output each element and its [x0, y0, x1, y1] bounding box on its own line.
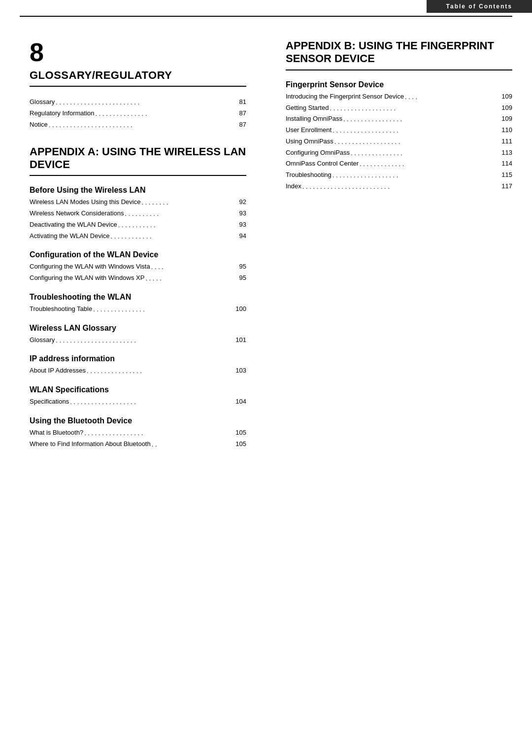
toc-entry-label: Specifications — [30, 396, 69, 408]
toc-entry: User Enrollment. . . . . . . . . . . . .… — [286, 125, 512, 136]
toc-entry-page: 105 — [234, 439, 246, 450]
toc-entry-label: Installing OmniPass — [286, 113, 342, 125]
toc-entry-dots: . . . . . . . . . . . . . . . . . . . — [329, 103, 500, 114]
glossary-toc-entries: Glossary. . . . . . . . . . . . . . . . … — [30, 97, 246, 130]
toc-entry-page: 101 — [234, 335, 246, 346]
toc-entry-label: Regulatory Information — [30, 108, 95, 119]
toc-entry-dots: . . . . . . . . . . . . . . . . . . . — [333, 137, 500, 148]
toc-entry: About IP Addresses. . . . . . . . . . . … — [30, 365, 246, 377]
appendix-b-title: APPENDIX B: USING THE FINGERPRINT SENSOR… — [286, 39, 512, 70]
toc-entry: What is Bluetooth?. . . . . . . . . . . … — [30, 427, 246, 439]
toc-entry-label: User Enrollment — [286, 125, 332, 136]
right-column: APPENDIX B: USING THE FINGERPRINT SENSOR… — [266, 25, 532, 756]
toc-entry: Configuring the WLAN with Windows XP. . … — [30, 273, 246, 284]
toc-entry-page: 93 — [234, 208, 246, 219]
toc-entry: Specifications. . . . . . . . . . . . . … — [30, 396, 246, 408]
section-heading: Configuration of the WLAN Device — [30, 250, 246, 259]
toc-entry: Troubleshooting. . . . . . . . . . . . .… — [286, 170, 512, 181]
toc-entry: Configuring OmniPass. . . . . . . . . . … — [286, 147, 512, 159]
toc-entry-dots: . . . . . . . . . . . . — [110, 231, 234, 242]
toc-entry-label: What is Bluetooth? — [30, 427, 83, 439]
toc-entry-page: 117 — [500, 181, 512, 192]
toc-entry-label: Troubleshooting Table — [30, 304, 92, 315]
toc-entry-label: Using OmniPass — [286, 136, 333, 147]
toc-entry-dots: . . . . . . . . . . . . . . . . . . . — [332, 170, 500, 181]
toc-entry-page: 104 — [234, 396, 246, 408]
toc-entry: Index. . . . . . . . . . . . . . . . . .… — [286, 181, 512, 192]
left-column: 8 GLOSSARY/REGULATORY Glossary. . . . . … — [0, 25, 266, 756]
toc-entry-dots: . . . . . . . . . . . . . . . — [350, 148, 500, 159]
toc-entry: Wireless LAN Modes Using this Device. . … — [30, 197, 246, 208]
toc-entry-dots: . . . . . . . . . . . . . . . — [95, 108, 234, 120]
toc-entry-page: 92 — [234, 197, 246, 208]
section-heading: Before Using the Wireless LAN — [30, 186, 246, 195]
toc-entry-page: 110 — [500, 125, 512, 136]
section-heading: Troubleshooting the WLAN — [30, 293, 246, 302]
toc-entry-page: 114 — [500, 158, 512, 170]
section-heading: Using the Bluetooth Device — [30, 416, 246, 425]
toc-entry-label: Notice — [30, 119, 48, 131]
toc-entry-label: About IP Addresses — [30, 365, 86, 377]
section-heading: IP address information — [30, 354, 246, 363]
toc-entry: Where to Find Information About Bluetoot… — [30, 439, 246, 450]
toc-entry-dots: . . . . . . . . . . . . . . . . . . . . … — [48, 120, 234, 131]
chapter-title-glossary: GLOSSARY/REGULATORY — [30, 69, 246, 87]
toc-entry-label: Glossary — [30, 97, 55, 108]
page-number: 8 — [30, 39, 246, 65]
appendix-a-section: APPENDIX A: USING THE WIRELESS LAN DEVIC… — [30, 145, 246, 450]
toc-entry-dots: . . . . . . . . . . . . . . . . . . . — [332, 125, 500, 137]
toc-entry-dots: . . . . . . . . . . . . . . . . . . . . … — [55, 335, 234, 346]
toc-entry-label: Configuring the WLAN with Windows Vista — [30, 261, 150, 273]
toc-entry-label: Configuring the WLAN with Windows XP — [30, 273, 144, 284]
toc-entry-page: 95 — [234, 261, 246, 273]
toc-entry-label: Wireless LAN Modes Using this Device — [30, 197, 140, 208]
toc-entry-dots: . . . . — [404, 92, 500, 103]
toc-entry-page: 87 — [234, 119, 246, 131]
toc-entry-label: Activating the WLAN Device — [30, 231, 110, 242]
toc-entry-page: 95 — [234, 273, 246, 284]
toc-entry-label: Wireless Network Considerations — [30, 208, 124, 219]
toc-entry-page: 105 — [234, 427, 246, 439]
toc-entry: Getting Started. . . . . . . . . . . . .… — [286, 103, 512, 114]
toc-entry-dots: . . . . . . . . . . . . . . . . . — [342, 114, 500, 125]
toc-entry-dots: . . — [151, 439, 234, 450]
toc-entry-dots: . . . . . . . . . . — [124, 208, 234, 220]
toc-entry: Troubleshooting Table. . . . . . . . . .… — [30, 304, 246, 315]
toc-entry: Using OmniPass. . . . . . . . . . . . . … — [286, 136, 512, 147]
table-of-contents-header: Table of Contents — [427, 0, 532, 13]
toc-entry: Configuring the WLAN with Windows Vista.… — [30, 261, 246, 273]
toc-entry: Glossary. . . . . . . . . . . . . . . . … — [30, 97, 246, 108]
appendix-a-title: APPENDIX A: USING THE WIRELESS LAN DEVIC… — [30, 145, 246, 176]
toc-entry-dots: . . . . . . . . . . . — [117, 220, 234, 231]
section-heading: WLAN Specifications — [30, 385, 246, 394]
toc-entry-page: 109 — [500, 103, 512, 114]
toc-entry: Glossary. . . . . . . . . . . . . . . . … — [30, 335, 246, 346]
toc-entry-dots: . . . . . . . . . . . . . . . . — [86, 366, 234, 377]
toc-entry-dots: . . . . . . . . . . . . . . . . . . . — [69, 397, 234, 408]
toc-entry-page: 111 — [500, 136, 512, 147]
toc-entry-page: 109 — [500, 113, 512, 125]
toc-entry-page: 100 — [234, 304, 246, 315]
toc-entry-page: 115 — [500, 170, 512, 181]
section-heading: Wireless LAN Glossary — [30, 324, 246, 333]
toc-entry: Regulatory Information. . . . . . . . . … — [30, 108, 246, 119]
toc-entry-page: 94 — [234, 231, 246, 242]
page-content: 8 GLOSSARY/REGULATORY Glossary. . . . . … — [0, 25, 532, 756]
toc-entry: Notice. . . . . . . . . . . . . . . . . … — [30, 119, 246, 131]
toc-entry-label: Deactivating the WLAN Device — [30, 219, 117, 231]
toc-entry-page: 109 — [500, 91, 512, 103]
toc-entry: Wireless Network Considerations. . . . .… — [30, 208, 246, 219]
toc-entry-page: 113 — [500, 147, 512, 159]
toc-entry-label: Introducing the Fingerprint Sensor Devic… — [286, 91, 404, 103]
toc-entry-dots: . . . . . . . . — [140, 197, 234, 208]
toc-entry-dots: . . . . . — [144, 273, 234, 284]
toc-entry-label: OmniPass Control Center — [286, 158, 359, 170]
toc-entry-label: Index — [286, 181, 301, 192]
section-heading: Fingerprint Sensor Device — [286, 80, 512, 89]
toc-entry-page: 103 — [234, 365, 246, 377]
toc-entry: Introducing the Fingerprint Sensor Devic… — [286, 91, 512, 103]
toc-entry-label: Glossary — [30, 335, 55, 346]
toc-entry-label: Getting Started — [286, 103, 329, 114]
appendix-a-toc: Before Using the Wireless LANWireless LA… — [30, 186, 246, 449]
toc-entry-label: Troubleshooting — [286, 170, 332, 181]
